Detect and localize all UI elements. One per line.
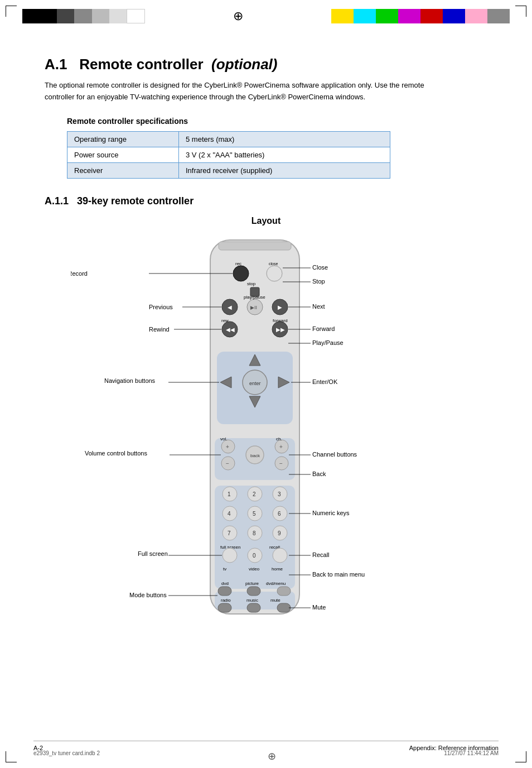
subsection-title-text: 39-key remote controller: [77, 195, 194, 207]
spec-label: Power source: [67, 147, 179, 162]
corner-mark-tr: [515, 6, 526, 17]
print-right: 11/27/07 11:44:12 AM: [444, 750, 499, 762]
bar-green: [376, 9, 398, 23]
svg-text:Recall: Recall: [312, 551, 330, 558]
remote-svg: rec close stop ◀ ▶II play/pause ▶: [71, 232, 461, 639]
svg-text:Next: Next: [312, 303, 325, 310]
svg-text:0: 0: [253, 553, 256, 559]
specs-heading: Remote controller specifications: [67, 117, 487, 126]
print-info: e2939_tv tuner card.indb 2 ⊕ 11/27/07 11…: [33, 750, 499, 762]
svg-text:Channel buttons: Channel buttons: [312, 451, 357, 458]
right-color-bars: [331, 9, 510, 23]
svg-text:stop: stop: [247, 281, 256, 286]
svg-text:+: +: [279, 444, 283, 450]
svg-point-66: [273, 548, 287, 563]
svg-text:video: video: [249, 567, 260, 572]
bar-white: [127, 9, 145, 23]
svg-rect-75: [277, 587, 291, 596]
svg-text:Numeric keys: Numeric keys: [312, 510, 350, 516]
print-left: e2939_tv tuner card.indb 2: [33, 750, 100, 762]
bar-magenta: [398, 9, 420, 23]
spec-label: Operating range: [67, 131, 179, 147]
svg-point-62: [223, 548, 237, 563]
svg-text:tv: tv: [223, 567, 226, 572]
svg-text:7: 7: [228, 530, 231, 536]
subsection-title: A.1.1 39-key remote controller: [45, 195, 487, 207]
svg-text:4: 4: [228, 511, 231, 517]
layout-title: Layout: [45, 216, 487, 226]
svg-text:Record: Record: [71, 270, 88, 277]
section-title-italic: (optional): [211, 56, 277, 73]
spec-value: 3 V (2 x "AAA" batteries): [179, 147, 390, 162]
section-title: A.1 Remote controller (optional): [45, 56, 487, 73]
svg-text:8: 8: [253, 530, 256, 536]
bar-gray2: [487, 9, 510, 23]
svg-rect-80: [247, 603, 260, 612]
bar-blue: [443, 9, 465, 23]
corner-mark-tl: [6, 6, 17, 17]
corner-mark-br: [515, 751, 526, 762]
svg-text:−: −: [226, 460, 229, 467]
svg-text:Back to main menu: Back to main menu: [312, 571, 365, 578]
spec-value: Infrared receiver (supplied): [179, 162, 390, 178]
bar-gray: [74, 9, 91, 23]
spec-value: 5 meters (max): [179, 131, 390, 147]
svg-text:Previous: Previous: [149, 304, 173, 310]
specs-table: Operating range5 meters (max)Power sourc…: [67, 131, 390, 179]
bar-lgray: [92, 9, 109, 23]
section-title-main: Remote controller: [79, 56, 204, 73]
bar-dark: [57, 9, 74, 23]
svg-text:home: home: [272, 567, 283, 572]
bar-red: [420, 9, 443, 23]
svg-text:◀◀: ◀◀: [226, 327, 235, 333]
svg-text:play/pause: play/pause: [244, 295, 265, 300]
svg-text:6: 6: [278, 511, 281, 517]
svg-text:rec: rec: [235, 261, 241, 266]
svg-text:Back: Back: [312, 471, 326, 477]
svg-text:▶II: ▶II: [250, 305, 257, 310]
svg-text:Navigation buttons: Navigation buttons: [104, 377, 156, 384]
svg-rect-81: [277, 603, 291, 612]
corner-mark-bl: [6, 751, 17, 762]
svg-text:Forward: Forward: [312, 325, 335, 332]
svg-text:forward: forward: [273, 318, 288, 323]
svg-text:back: back: [250, 453, 260, 458]
bar-yellow: [331, 9, 354, 23]
svg-point-6: [233, 266, 249, 281]
svg-text:ch.: ch.: [276, 436, 282, 441]
svg-text:9: 9: [278, 530, 281, 536]
main-content: A.1 Remote controller (optional) The opt…: [33, 56, 499, 639]
section-number: A.1: [45, 56, 67, 73]
svg-rect-73: [218, 587, 231, 596]
svg-text:dvd: dvd: [221, 581, 229, 586]
left-color-bars: [22, 9, 145, 23]
svg-text:3: 3: [278, 491, 281, 497]
svg-text:▶▶: ▶▶: [276, 327, 285, 333]
svg-rect-74: [247, 587, 260, 596]
svg-text:mute: mute: [270, 598, 280, 603]
remote-diagram: rec close stop ◀ ▶II play/pause ▶: [45, 232, 487, 639]
bar-llgray: [109, 9, 127, 23]
bar-cyan: [354, 9, 376, 23]
svg-text:Rewind: Rewind: [149, 326, 170, 333]
svg-text:rew: rew: [221, 318, 229, 323]
svg-text:close: close: [269, 262, 278, 266]
svg-text:Play/Pause: Play/Pause: [312, 339, 344, 346]
svg-text:Full screen: Full screen: [138, 550, 168, 557]
svg-text:−: −: [279, 460, 283, 467]
spec-label: Receiver: [67, 162, 179, 178]
svg-text:Mode buttons: Mode buttons: [129, 592, 167, 598]
svg-text:music: music: [246, 598, 258, 603]
subsection-number: A.1.1: [45, 195, 69, 207]
crosshair-bottom: ⊕: [268, 750, 276, 762]
svg-text:5: 5: [253, 511, 256, 517]
crosshair-top: ⊕: [233, 9, 243, 23]
bar-black: [22, 9, 57, 23]
svg-text:picture: picture: [245, 581, 259, 586]
svg-text:radio: radio: [221, 598, 231, 603]
svg-rect-1: [219, 242, 291, 250]
page: ⊕ A.1 Remote controller (optional) The o…: [0, 0, 532, 768]
svg-text:enter: enter: [249, 381, 261, 386]
svg-rect-79: [218, 603, 231, 612]
intro-paragraph: The optional remote controller is design…: [45, 80, 435, 103]
